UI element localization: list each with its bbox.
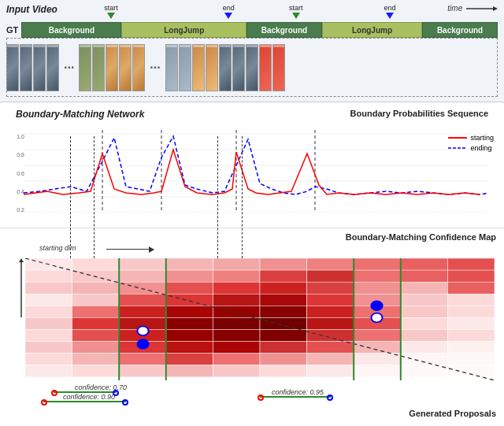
svg-rect-37 — [119, 282, 166, 294]
svg-rect-98 — [166, 354, 213, 365]
svg-point-123 — [137, 339, 148, 349]
end-arrow-2 — [386, 13, 394, 19]
svg-rect-111 — [307, 365, 354, 377]
svg-rect-32 — [354, 270, 401, 282]
svg-rect-23 — [401, 258, 448, 270]
frame — [79, 44, 91, 91]
svg-rect-27 — [119, 270, 166, 282]
svg-rect-61 — [307, 306, 354, 317]
svg-rect-81 — [307, 329, 354, 341]
svg-rect-103 — [401, 354, 448, 365]
svg-rect-47 — [119, 294, 166, 306]
frame-group-2 — [79, 44, 145, 91]
svg-rect-46 — [72, 294, 120, 306]
svg-rect-70 — [260, 317, 307, 329]
frame — [259, 44, 272, 91]
svg-rect-96 — [72, 354, 120, 365]
legend-starting: starting — [448, 134, 494, 142]
svg-rect-39 — [213, 282, 260, 294]
input-video-section: Input Video time start end start end — [0, 0, 504, 102]
confidence-map-svg — [25, 258, 495, 380]
frame — [33, 44, 46, 91]
frame — [219, 44, 232, 91]
svg-rect-97 — [119, 354, 166, 365]
proposal-line-095 — [260, 396, 331, 398]
svg-rect-49 — [213, 294, 260, 306]
svg-rect-101 — [307, 354, 354, 365]
svg-rect-56 — [72, 306, 120, 317]
gt-row: GT Background LongJump Background LongJu… — [6, 22, 498, 38]
seg-longjump-1: LongJump — [121, 22, 246, 38]
dots-separator: ··· — [61, 61, 77, 75]
svg-point-122 — [137, 326, 148, 335]
svg-rect-107 — [119, 365, 166, 377]
svg-rect-50 — [260, 294, 307, 306]
chart-area: 1.0 0.8 0.6 0.4 0.2 — [6, 130, 498, 217]
svg-rect-114 — [447, 365, 495, 377]
legend-ending: ending — [448, 144, 494, 152]
svg-rect-58 — [166, 306, 213, 317]
svg-rect-45 — [25, 294, 72, 306]
confidence-090: confidence: 0.90 — [63, 393, 115, 401]
arrows-row: start end start end — [24, 4, 498, 18]
gt-label: GT — [6, 25, 18, 35]
svg-rect-38 — [166, 282, 213, 294]
svg-rect-35 — [25, 282, 72, 294]
frames-strip: ··· ··· — [6, 38, 498, 97]
svg-rect-95 — [25, 354, 72, 365]
svg-rect-16 — [72, 258, 120, 270]
svg-rect-41 — [307, 282, 354, 294]
svg-rect-43 — [401, 282, 448, 294]
svg-rect-83 — [401, 329, 448, 341]
svg-rect-88 — [166, 342, 213, 354]
svg-rect-93 — [401, 342, 448, 354]
svg-rect-17 — [119, 258, 166, 270]
frame — [179, 44, 191, 91]
frame — [165, 44, 178, 91]
svg-rect-30 — [260, 270, 307, 282]
frame — [119, 44, 132, 91]
duration-dim-arrow-svg — [17, 258, 25, 321]
svg-rect-21 — [307, 258, 354, 270]
svg-rect-100 — [260, 354, 307, 365]
svg-point-124 — [371, 301, 382, 310]
dots-separator: ··· — [146, 61, 163, 75]
svg-rect-108 — [166, 365, 213, 377]
svg-rect-68 — [166, 317, 213, 329]
svg-rect-113 — [401, 365, 448, 377]
svg-rect-19 — [213, 258, 260, 270]
vline-4 — [242, 136, 243, 258]
vline-3 — [217, 136, 218, 258]
confidence-map-section: Boundary-Matching Confidence Map startin… — [0, 228, 504, 426]
legend-line-blue-svg — [448, 146, 467, 150]
svg-rect-44 — [447, 282, 495, 294]
legend-label-starting: starting — [470, 134, 494, 142]
svg-rect-106 — [72, 365, 120, 377]
seg-background-3: Background — [422, 22, 498, 38]
svg-rect-42 — [354, 282, 401, 294]
svg-point-125 — [371, 313, 382, 323]
frame-group-1 — [6, 44, 59, 91]
svg-rect-91 — [307, 342, 354, 354]
svg-rect-57 — [119, 306, 166, 317]
svg-rect-75 — [25, 329, 72, 341]
svg-rect-63 — [401, 306, 448, 317]
frame — [92, 44, 105, 91]
bm-conf-label: Boundary-Matching Confidence Map — [346, 232, 496, 242]
svg-rect-59 — [213, 306, 260, 317]
svg-rect-54 — [447, 294, 495, 306]
proposal-circle-blue-2 — [122, 399, 128, 406]
svg-rect-74 — [447, 317, 495, 329]
svg-rect-84 — [447, 329, 495, 341]
gen-proposals-label: Generated Proposals — [409, 409, 496, 418]
svg-rect-80 — [260, 329, 307, 341]
svg-rect-73 — [401, 317, 448, 329]
boundary-prob-section: Boundary-Matching Network Boundary Proba… — [0, 102, 504, 228]
vline-2 — [94, 136, 94, 258]
bmn-label: Boundary-Matching Network — [16, 109, 144, 120]
end-arrow-1 — [224, 13, 232, 19]
svg-rect-64 — [447, 306, 495, 317]
confidence-070: confidence: 0.70 — [75, 383, 127, 391]
svg-rect-33 — [401, 270, 448, 282]
frame — [132, 44, 145, 91]
